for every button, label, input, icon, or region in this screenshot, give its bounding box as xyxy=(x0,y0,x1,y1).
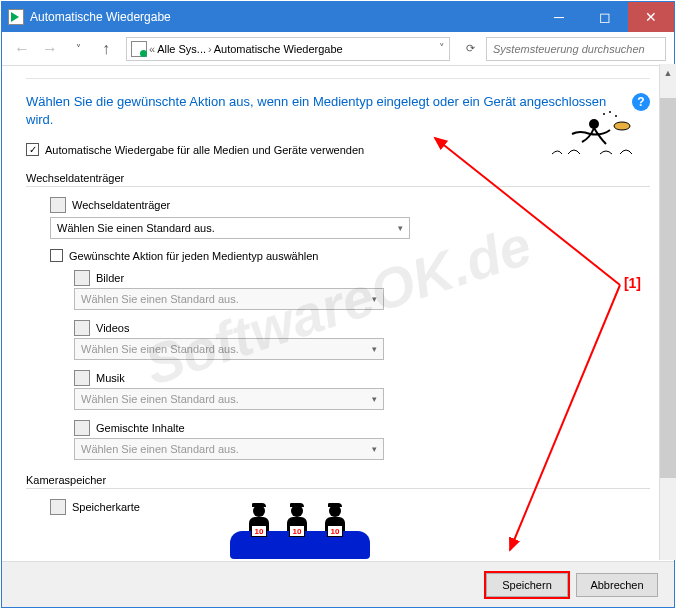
dropdown-value: Wählen Sie einen Standard aus. xyxy=(81,343,239,355)
navbar: ← → ˅ ↑ « Alle Sys... › Automatische Wie… xyxy=(2,32,674,66)
section-camera-label: Kameraspeicher xyxy=(26,474,650,486)
svg-point-2 xyxy=(589,119,599,129)
breadcrumb-item[interactable]: Alle Sys... xyxy=(157,43,206,55)
per-media-checkbox-row[interactable]: Gewünschte Aktion für jeden Medientyp au… xyxy=(50,249,650,262)
videos-dropdown[interactable]: Wählen Sie einen Standard aus. ▾ xyxy=(74,338,384,360)
chevron-down-icon: ▾ xyxy=(372,394,377,404)
judge-score: 10 xyxy=(289,525,305,537)
close-button[interactable]: ✕ xyxy=(628,2,674,32)
breadcrumb-item[interactable]: Automatische Wiedergabe xyxy=(214,43,343,55)
minimize-button[interactable]: ─ xyxy=(536,2,582,32)
music-label: Musik xyxy=(96,372,125,384)
page-heading: Wählen Sie die gewünschte Aktion aus, we… xyxy=(26,93,624,129)
memory-card-label: Speicherkarte xyxy=(72,501,140,513)
mixed-label: Gemischte Inhalte xyxy=(96,422,185,434)
divider xyxy=(26,186,650,187)
breadcrumb-sep-icon: « xyxy=(149,43,155,55)
svg-point-6 xyxy=(615,115,617,117)
autoplay-icon xyxy=(8,9,24,25)
mixed-icon xyxy=(74,420,90,436)
chevron-down-icon[interactable]: ˅ xyxy=(439,42,445,55)
window-title: Automatische Wiedergabe xyxy=(30,10,536,24)
chevron-down-icon: ▾ xyxy=(372,294,377,304)
up-button[interactable]: ↑ xyxy=(94,37,118,61)
judge-score: 10 xyxy=(251,525,267,537)
svg-point-5 xyxy=(609,111,611,113)
vertical-scrollbar[interactable]: ▲ xyxy=(659,64,676,560)
section-removable-label: Wechseldatenträger xyxy=(26,172,650,184)
pictures-label: Bilder xyxy=(96,272,124,284)
control-panel-icon xyxy=(131,41,147,57)
doodle-runner xyxy=(546,110,636,160)
music-dropdown[interactable]: Wählen Sie einen Standard aus. ▾ xyxy=(74,388,384,410)
dropdown-value: Wählen Sie einen Standard aus. xyxy=(57,222,215,234)
checkbox-label: Gewünschte Aktion für jeden Medientyp au… xyxy=(69,250,319,262)
svg-point-3 xyxy=(614,122,630,130)
maximize-button[interactable]: ◻ xyxy=(582,2,628,32)
pictures-icon xyxy=(74,270,90,286)
dropdown-value: Wählen Sie einen Standard aus. xyxy=(81,393,239,405)
doodle-judges: 10 10 10 xyxy=(230,499,370,559)
chevron-down-icon: ▾ xyxy=(398,223,403,233)
scroll-thumb[interactable] xyxy=(660,98,676,478)
videos-icon xyxy=(74,320,90,336)
music-icon xyxy=(74,370,90,386)
titlebar: Automatische Wiedergabe ─ ◻ ✕ xyxy=(2,2,674,32)
removable-drive-label: Wechseldatenträger xyxy=(72,199,170,211)
chevron-right-icon: › xyxy=(208,43,212,55)
dropdown-value: Wählen Sie einen Standard aus. xyxy=(81,443,239,455)
annotation-label: [1] xyxy=(624,275,641,291)
chevron-down-icon: ▾ xyxy=(372,344,377,354)
cancel-button[interactable]: Abbrechen xyxy=(576,573,658,597)
help-icon[interactable]: ? xyxy=(632,93,650,111)
checkbox-icon[interactable] xyxy=(26,143,39,156)
divider xyxy=(26,488,650,489)
refresh-button[interactable]: ⟳ xyxy=(458,37,482,61)
forward-button[interactable]: → xyxy=(38,37,62,61)
chevron-down-icon: ▾ xyxy=(372,444,377,454)
removable-drive-dropdown[interactable]: Wählen Sie einen Standard aus. ▾ xyxy=(50,217,410,239)
footer: Speichern Abbrechen xyxy=(2,561,674,607)
checkbox-icon[interactable] xyxy=(50,249,63,262)
breadcrumb[interactable]: « Alle Sys... › Automatische Wiedergabe … xyxy=(126,37,450,61)
pictures-dropdown[interactable]: Wählen Sie einen Standard aus. ▾ xyxy=(74,288,384,310)
memory-card-icon xyxy=(50,499,66,515)
videos-label: Videos xyxy=(96,322,129,334)
save-button[interactable]: Speichern xyxy=(486,573,568,597)
dropdown-value: Wählen Sie einen Standard aus. xyxy=(81,293,239,305)
back-button[interactable]: ← xyxy=(10,37,34,61)
drive-icon xyxy=(50,197,66,213)
checkbox-label: Automatische Wiedergabe für alle Medien … xyxy=(45,144,364,156)
mixed-dropdown[interactable]: Wählen Sie einen Standard aus. ▾ xyxy=(74,438,384,460)
judge-score: 10 xyxy=(327,525,343,537)
recent-dropdown-icon[interactable]: ˅ xyxy=(66,37,90,61)
svg-point-4 xyxy=(603,113,605,115)
search-input[interactable] xyxy=(486,37,666,61)
scroll-up-icon[interactable]: ▲ xyxy=(660,64,676,81)
